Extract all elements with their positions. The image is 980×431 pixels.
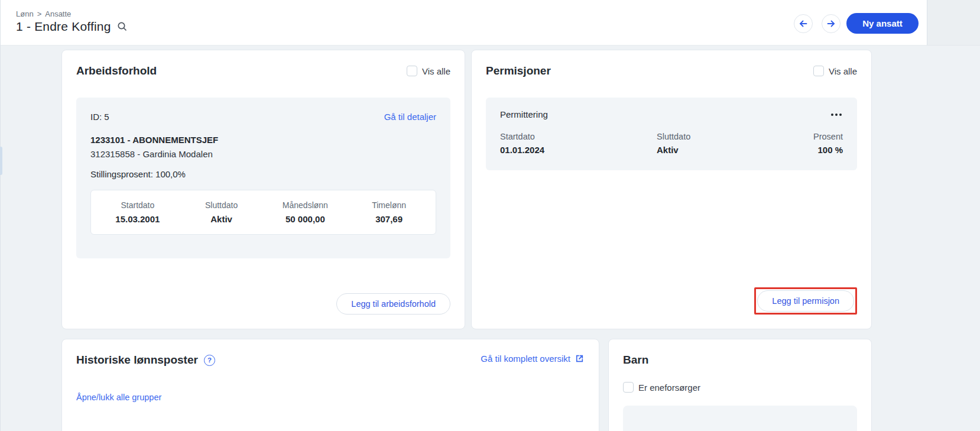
previous-employee-button[interactable] <box>794 14 813 33</box>
employment-id: ID: 5 <box>90 112 109 122</box>
table-column-timelonn: Timelønn 307,69 <box>347 200 431 224</box>
leave-field-prosent: Prosent 100 % <box>813 132 843 155</box>
card-permisjoner: Permisjoner Vis alle Permittering Startd… <box>471 50 872 329</box>
card-title-permisjoner: Permisjoner <box>486 64 551 77</box>
next-employee-button[interactable] <box>822 14 841 33</box>
leave-field-startdato: Startdato 01.01.2024 <box>500 132 657 155</box>
arrow-left-icon <box>798 18 809 29</box>
column-value: 50 000,00 <box>264 214 348 224</box>
page-title: 1 - Endre Koffing <box>16 20 111 34</box>
annotation-highlight-red-box: Legg til permisjon <box>754 287 857 315</box>
leave-name: Permittering <box>500 109 548 119</box>
arrow-right-icon <box>826 18 836 29</box>
checkbox-icon[interactable] <box>407 66 417 76</box>
card-title-barn: Barn <box>623 354 857 367</box>
sole-provider-checkbox-row[interactable]: Er eneforsørger <box>623 382 857 393</box>
employment-summary-table: Startdato 15.03.2001 Sluttdato Aktiv Mån… <box>90 190 436 235</box>
field-label: Startdato <box>500 132 657 141</box>
table-column-sluttdato: Sluttdato Aktiv <box>180 200 264 224</box>
show-all-leaves-checkbox-row[interactable]: Vis alle <box>813 66 857 76</box>
sole-provider-label: Er eneforsørger <box>638 383 700 393</box>
app-viewport: Lønn > Ansatte 1 - Endre Koffing <box>0 0 980 431</box>
card-title-historiske-lonnsposter: Historiske lønnsposter <box>76 354 198 367</box>
leave-field-sluttdato: Sluttdato Aktiv <box>657 132 813 155</box>
card-arbeidsforhold: Arbeidsforhold Vis alle ID: 5 Gå til det… <box>61 50 465 329</box>
card-title-arbeidsforhold: Arbeidsforhold <box>76 64 157 77</box>
column-value: 307,69 <box>347 214 431 224</box>
table-column-startdato: Startdato 15.03.2001 <box>96 200 180 224</box>
children-panel <box>623 406 857 431</box>
complete-overview-link-row[interactable]: Gå til komplett oversikt <box>481 354 585 364</box>
page-header: Lønn > Ansatte 1 - Endre Koffing <box>0 0 927 46</box>
card-barn: Barn Er eneforsørger <box>608 339 872 431</box>
external-link-icon <box>575 354 585 364</box>
complete-overview-link[interactable]: Gå til komplett oversikt <box>481 354 570 364</box>
field-label: Prosent <box>813 132 843 141</box>
toggle-all-groups-link[interactable]: Åpne/lukk alle grupper <box>76 393 161 402</box>
search-icon[interactable] <box>117 21 128 32</box>
column-value: 15.03.2001 <box>96 214 180 224</box>
employment-employer: 312315858 - Gardinia Modalen <box>90 149 436 159</box>
breadcrumb-item-ansatte[interactable]: Ansatte <box>45 9 71 18</box>
left-scroll-indicator[interactable] <box>0 147 2 175</box>
column-header: Timelønn <box>347 200 431 210</box>
card-historiske-lonnsposter: Historiske lønnsposter ? Gå til komplett… <box>61 339 599 431</box>
column-header: Månedslønn <box>264 200 348 210</box>
checkbox-icon[interactable] <box>813 66 824 76</box>
column-header: Startdato <box>96 200 180 210</box>
column-value: Aktiv <box>180 214 264 224</box>
field-value: 100 % <box>813 145 843 155</box>
breadcrumb-separator: > <box>37 9 42 18</box>
show-all-label: Vis alle <box>829 66 857 76</box>
column-header: Sluttdato <box>180 200 264 210</box>
add-leave-button[interactable]: Legg til permisjon <box>757 290 854 312</box>
field-value: 01.01.2024 <box>500 145 657 155</box>
show-all-employments-checkbox-row[interactable]: Vis alle <box>407 66 450 76</box>
employment-panel: ID: 5 Gå til detaljer 1233101 - ABONNEME… <box>76 98 450 258</box>
go-to-details-link[interactable]: Gå til detaljer <box>384 112 436 122</box>
field-label: Sluttdato <box>657 132 813 141</box>
employment-percentage: Stillingsprosent: 100,0% <box>90 169 436 179</box>
help-icon[interactable]: ? <box>204 355 215 366</box>
table-column-manedslonn: Månedslønn 50 000,00 <box>264 200 348 224</box>
header-corner-gutter <box>927 0 980 46</box>
breadcrumb: Lønn > Ansatte <box>16 9 71 18</box>
employment-position: 1233101 - ABONNEMENTSJEF <box>90 135 436 145</box>
breadcrumb-item-lonn[interactable]: Lønn <box>16 9 34 18</box>
left-panel-border <box>0 0 1 431</box>
new-employee-button[interactable]: Ny ansatt <box>846 13 919 34</box>
checkbox-icon[interactable] <box>623 382 634 393</box>
field-value: Aktiv <box>657 145 813 155</box>
show-all-label: Vis alle <box>422 66 450 76</box>
leave-panel: Permittering Startdato 01.01.2024 Sluttd… <box>486 98 857 170</box>
ellipsis-menu-icon[interactable] <box>830 111 843 118</box>
add-employment-button[interactable]: Legg til arbeidsforhold <box>336 293 450 315</box>
